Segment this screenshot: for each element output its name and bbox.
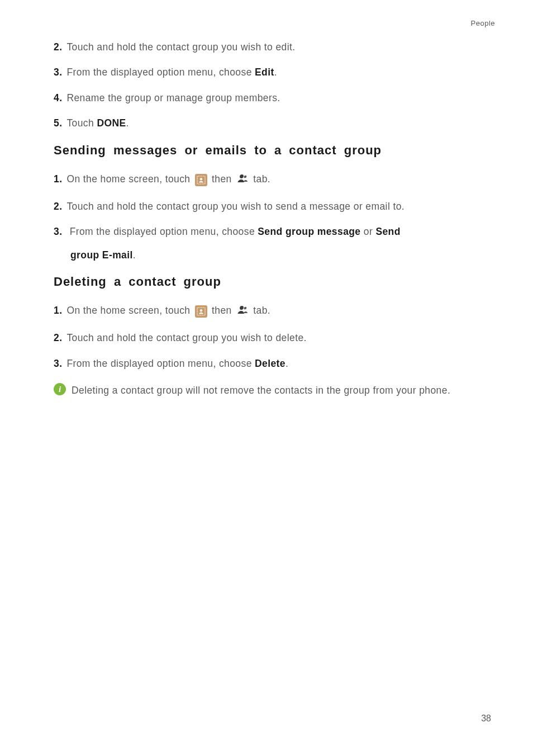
list-item: 3. From the displayed option menu, choos… bbox=[54, 65, 489, 79]
page-content: 2. Touch and hold the contact group you … bbox=[54, 20, 489, 399]
step-post: . bbox=[133, 249, 136, 261]
step-pre: On the home screen, touch bbox=[66, 173, 193, 185]
step-pre: Touch bbox=[66, 117, 97, 129]
step-pre: From the displayed option menu, choose bbox=[70, 226, 258, 237]
svg-point-7 bbox=[244, 307, 246, 310]
list-item: 5. Touch DONE. bbox=[54, 116, 489, 130]
info-icon: i bbox=[54, 383, 66, 395]
step-number: 3. bbox=[54, 357, 62, 371]
list-item: 1. On the home screen, touch then tab. bbox=[54, 172, 489, 188]
step-post: . bbox=[274, 67, 277, 78]
list-item: 2. Touch and hold the contact group you … bbox=[54, 331, 489, 345]
list-item: 2. Touch and hold the contact group you … bbox=[54, 40, 489, 54]
step-number: 4. bbox=[54, 91, 62, 105]
list-item: 4. Rename the group or manage group memb… bbox=[54, 91, 489, 105]
step-number: 2. bbox=[54, 331, 62, 345]
section-heading: Sending messages or emails to a contact … bbox=[54, 143, 489, 158]
step-text: From the displayed option menu, choose D… bbox=[66, 357, 288, 371]
page: People 2. Touch and hold the contact gro… bbox=[0, 0, 533, 756]
svg-point-2 bbox=[240, 174, 244, 178]
step-text: Touch and hold the contact group you wis… bbox=[66, 200, 404, 214]
step-number: 1. bbox=[54, 172, 62, 186]
step-bold: Edit bbox=[255, 67, 274, 78]
list-item: 3. From the displayed option menu, choos… bbox=[54, 357, 489, 371]
step-post: tab. bbox=[253, 173, 270, 185]
step-number: 2. bbox=[54, 40, 62, 54]
svg-point-3 bbox=[244, 175, 246, 178]
step-number: 3. bbox=[54, 226, 62, 237]
step-bold: group E-mail bbox=[70, 249, 133, 261]
page-number: 38 bbox=[481, 714, 491, 724]
contacts-app-icon bbox=[195, 174, 207, 186]
list-item: 2. Touch and hold the contact group you … bbox=[54, 200, 489, 214]
step-mid: then bbox=[212, 305, 235, 316]
step-number: 2. bbox=[54, 200, 62, 214]
contact-group-icon bbox=[235, 304, 250, 320]
step-bold: DONE bbox=[97, 117, 126, 129]
svg-point-5 bbox=[200, 309, 202, 311]
step-bold: Delete bbox=[255, 358, 285, 369]
step-pre: From the displayed option menu, choose bbox=[66, 358, 255, 369]
step-mid: or bbox=[361, 226, 376, 237]
step-post: . bbox=[285, 358, 288, 369]
svg-point-1 bbox=[200, 178, 202, 180]
step-pre: On the home screen, touch bbox=[66, 305, 193, 316]
step-bold: Send group message bbox=[258, 226, 360, 237]
section-heading: Deleting a contact group bbox=[54, 275, 489, 289]
step-number: 3. bbox=[54, 65, 62, 79]
svg-point-6 bbox=[240, 306, 244, 310]
step-text: Rename the group or manage group members… bbox=[66, 91, 280, 105]
info-note: i Deleting a contact group will not remo… bbox=[54, 382, 489, 399]
step-bold: Send bbox=[375, 226, 400, 237]
header-section-label: People bbox=[471, 19, 495, 27]
step-text: From the displayed option menu, choose E… bbox=[66, 65, 277, 79]
step-text: From the displayed option menu, choose S… bbox=[70, 226, 401, 237]
step-post: tab. bbox=[253, 305, 270, 316]
step-post: . bbox=[126, 117, 129, 129]
step-text: Touch and hold the contact group you wis… bbox=[66, 331, 306, 345]
note-text: Deleting a contact group will not remove… bbox=[72, 382, 450, 399]
step-number: 1. bbox=[54, 304, 62, 318]
contact-group-icon bbox=[235, 172, 250, 188]
contacts-app-icon bbox=[195, 305, 207, 318]
step-text: Touch and hold the contact group you wis… bbox=[66, 40, 295, 54]
step-text: Touch DONE. bbox=[66, 116, 129, 130]
step-mid: then bbox=[212, 173, 235, 185]
list-item: 1. On the home screen, touch then tab. bbox=[54, 304, 489, 320]
list-item: 3. From the displayed option menu, choos… bbox=[54, 225, 489, 262]
step-text-line2: group E-mail. bbox=[54, 248, 489, 262]
step-number: 5. bbox=[54, 116, 62, 130]
step-text: On the home screen, touch then tab. bbox=[66, 172, 270, 188]
step-pre: From the displayed option menu, choose bbox=[66, 67, 255, 78]
step-text: On the home screen, touch then tab. bbox=[66, 304, 270, 320]
